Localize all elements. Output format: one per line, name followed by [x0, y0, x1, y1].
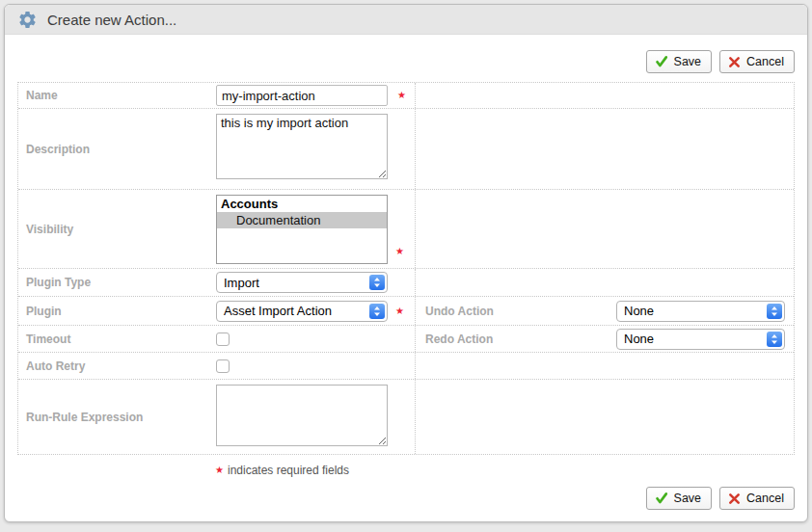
visibility-option-documentation[interactable]: Documentation [217, 212, 387, 228]
row-auto-retry: Auto Retry [18, 353, 794, 380]
run-rule-expression-label: Run-Rule Expression [26, 411, 216, 424]
select-stepper-icon [767, 332, 782, 347]
auto-retry-label: Auto Retry [26, 359, 216, 373]
timeout-label: Timeout [26, 332, 216, 346]
timeout-checkbox[interactable] [216, 332, 230, 346]
save-button[interactable]: Save [646, 487, 713, 510]
bottom-button-bar: Save Cancel [17, 477, 795, 510]
name-label: Name [26, 89, 216, 102]
cancel-button[interactable]: Cancel [719, 487, 795, 510]
plugin-label: Plugin [26, 305, 216, 318]
dialog-content: Save Cancel Name ★ Description this is m… [5, 35, 807, 510]
plugin-type-select[interactable]: Import [216, 272, 388, 293]
plugin-type-label: Plugin Type [26, 276, 216, 289]
required-star: ★ [215, 466, 224, 475]
required-fields-note: ★ indicates required fields [215, 464, 795, 477]
cancel-button-label: Cancel [746, 55, 784, 68]
redo-action-label: Redo Action [425, 332, 616, 346]
dialog-titlebar: Create new Action... [5, 5, 807, 35]
select-stepper-icon [369, 304, 385, 319]
description-textarea[interactable]: this is my import action [216, 114, 388, 179]
required-star: ★ [395, 306, 404, 316]
required-star: ★ [395, 247, 404, 256]
visibility-label: Visibility [26, 223, 216, 236]
undo-action-selected-value: None [624, 304, 654, 318]
row-name: Name ★ [18, 83, 794, 109]
save-button-label: Save [674, 55, 702, 68]
top-button-bar: Save Cancel [17, 35, 795, 82]
cancel-button[interactable]: Cancel [719, 50, 795, 73]
save-button[interactable]: Save [646, 50, 713, 73]
auto-retry-checkbox[interactable] [216, 359, 230, 373]
row-plugin-type: Plugin Type Import [18, 269, 794, 297]
undo-action-label: Undo Action [425, 305, 616, 318]
gear-icon [17, 10, 38, 30]
row-run-rule-expression: Run-Rule Expression [18, 380, 794, 454]
check-icon [655, 55, 668, 68]
redo-action-select[interactable]: None [616, 329, 785, 350]
plugin-select[interactable]: Asset Import Action [216, 301, 388, 322]
row-description: Description this is my import action [18, 109, 794, 190]
plugin-type-selected-value: Import [224, 276, 259, 290]
undo-action-select[interactable]: None [616, 301, 785, 322]
required-fields-note-text: indicates required fields [228, 464, 349, 477]
select-stepper-icon [767, 304, 782, 319]
check-icon [655, 492, 668, 505]
x-icon [728, 56, 741, 68]
redo-action-selected-value: None [624, 332, 654, 346]
name-input[interactable] [216, 85, 388, 106]
visibility-group-accounts: Accounts [217, 196, 387, 212]
cancel-button-label: Cancel [746, 492, 784, 505]
description-label: Description [26, 143, 216, 156]
x-icon [728, 492, 741, 505]
row-timeout: Timeout Redo Action None [18, 326, 794, 353]
save-button-label: Save [674, 492, 702, 505]
plugin-selected-value: Asset Import Action [224, 304, 332, 318]
create-action-dialog: Create new Action... Save Cancel Name ★ [4, 4, 808, 522]
select-stepper-icon [369, 275, 385, 290]
create-action-form: Name ★ Description this is my import act… [17, 82, 795, 455]
required-star: ★ [397, 91, 406, 100]
row-visibility: Visibility Accounts Documentation ★ [18, 190, 794, 269]
visibility-listbox[interactable]: Accounts Documentation [216, 195, 388, 264]
dialog-title: Create new Action... [47, 12, 176, 28]
row-plugin: Plugin Asset Import Action ★ Undo Action… [18, 297, 794, 326]
run-rule-expression-textarea[interactable] [216, 385, 388, 446]
